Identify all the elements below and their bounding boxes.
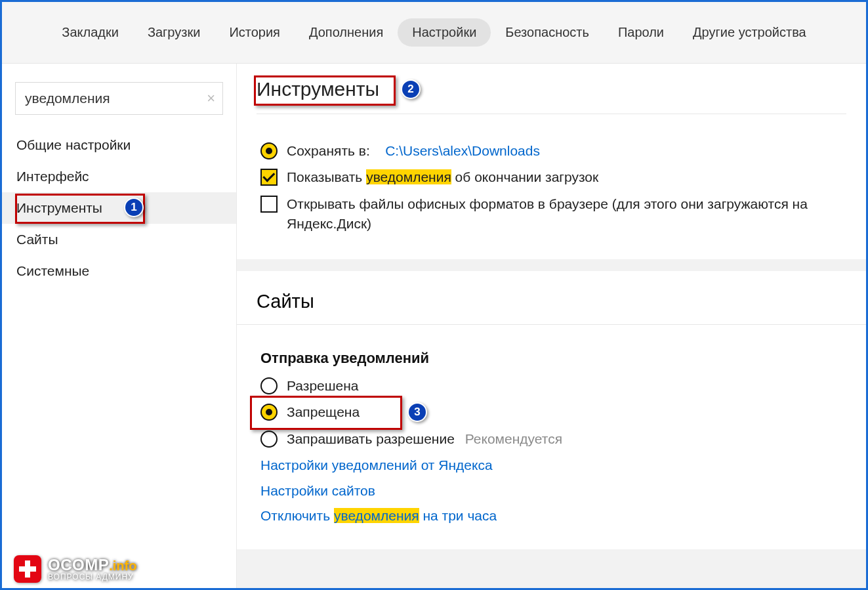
- recommended-label: Рекомендуется: [465, 431, 562, 446]
- save-to-path-link[interactable]: C:\Users\alex\Downloads: [385, 143, 540, 158]
- settings-content: Инструменты 2 Сохранять в: C:\Users\alex…: [237, 64, 866, 588]
- annotation-badge-3: 3: [407, 402, 427, 422]
- sidebar-item-label: Инструменты: [16, 200, 102, 215]
- radio-icon[interactable]: [260, 404, 278, 421]
- sidebar-item-sites[interactable]: Сайты: [2, 224, 236, 255]
- plus-icon: [14, 555, 41, 583]
- clear-icon[interactable]: ×: [207, 91, 215, 106]
- panel-tools: Инструменты 2 Сохранять в: C:\Users\alex…: [237, 64, 866, 259]
- watermark-sub: ВОПРОСЫ АДМИНУ: [48, 573, 136, 581]
- sidebar-item-interface[interactable]: Интерфейс: [2, 161, 236, 192]
- tab-addons[interactable]: Дополнения: [295, 18, 398, 47]
- notify-downloads-row[interactable]: Показывать уведомления об окончании загр…: [260, 167, 846, 187]
- sidebar-item-tools[interactable]: Инструменты 1: [2, 192, 236, 224]
- checkbox-icon[interactable]: [260, 169, 278, 186]
- section-title-sites: Сайты: [237, 271, 866, 325]
- radio-ask-label: Запрашивать разрешение: [287, 431, 455, 446]
- tab-bookmarks[interactable]: Закладки: [47, 18, 133, 47]
- radio-allow-label: Разрешена: [287, 376, 359, 396]
- tab-history[interactable]: История: [215, 18, 295, 47]
- tab-security[interactable]: Безопасность: [491, 18, 604, 47]
- sidebar-item-general[interactable]: Общие настройки: [2, 129, 236, 161]
- watermark-brand: OCOMP: [48, 556, 109, 574]
- section-title-tools: Инструменты: [257, 78, 379, 100]
- checkbox-icon[interactable]: [260, 196, 278, 213]
- link-disable-3h[interactable]: Отключить уведомления на три часа: [260, 506, 497, 526]
- annotation-badge-1: 1: [124, 198, 144, 217]
- notifications-subtitle: Отправка уведомлений: [260, 350, 846, 367]
- radio-ask-row[interactable]: Запрашивать разрешение Рекомендуется: [260, 429, 846, 449]
- link-site-settings[interactable]: Настройки сайтов: [260, 481, 375, 501]
- radio-deny-label: Запрещена: [287, 402, 360, 422]
- notify-downloads-label: Показывать уведомления об окончании загр…: [287, 167, 598, 187]
- tab-downloads[interactable]: Загрузки: [133, 18, 215, 47]
- open-office-label: Открывать файлы офисных форматов в брауз…: [287, 194, 846, 234]
- tab-settings[interactable]: Настройки: [398, 18, 491, 47]
- search-input[interactable]: [15, 82, 223, 115]
- radio-allow-row[interactable]: Разрешена: [260, 376, 846, 396]
- tab-passwords[interactable]: Пароли: [604, 18, 678, 47]
- top-tabs: Закладки Загрузки История Дополнения Нас…: [2, 2, 866, 64]
- save-to-label: Сохранять в:: [287, 143, 370, 158]
- radio-deny-row[interactable]: Запрещена 3: [260, 402, 846, 422]
- annotation-badge-2: 2: [401, 79, 421, 99]
- settings-sidebar: × Общие настройки Интерфейс Инструменты …: [2, 64, 237, 588]
- radio-icon[interactable]: [260, 431, 278, 448]
- watermark-suffix: .info: [109, 558, 136, 573]
- tab-other-devices[interactable]: Другие устройства: [678, 18, 821, 47]
- radio-icon[interactable]: [260, 142, 278, 159]
- radio-icon[interactable]: [260, 377, 278, 394]
- link-yandex-notifications[interactable]: Настройки уведомлений от Яндекса: [260, 455, 493, 475]
- save-to-row[interactable]: Сохранять в: C:\Users\alex\Downloads: [260, 141, 846, 161]
- open-office-row[interactable]: Открывать файлы офисных форматов в брауз…: [260, 194, 846, 234]
- watermark: OCOMP.info ВОПРОСЫ АДМИНУ: [14, 555, 136, 583]
- sidebar-item-system[interactable]: Системные: [2, 255, 236, 287]
- panel-sites: Сайты Отправка уведомлений Разрешена Зап…: [237, 271, 866, 550]
- truncated-row: [257, 114, 846, 132]
